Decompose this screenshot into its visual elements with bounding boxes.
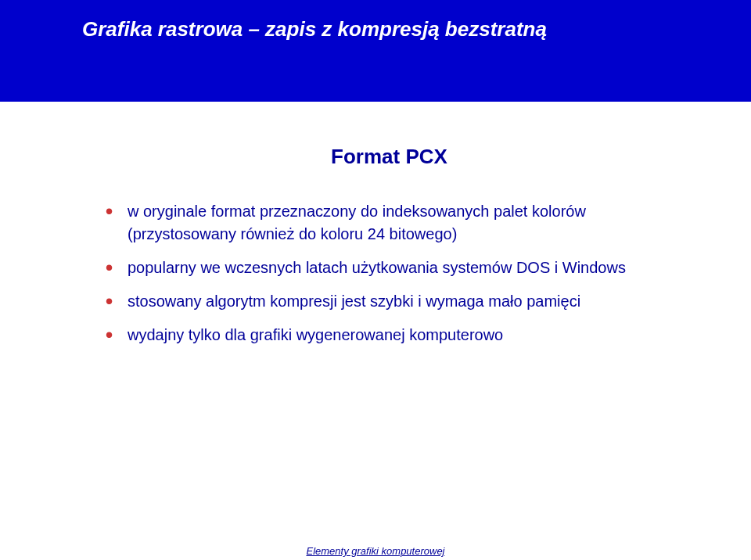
bullet-item: stosowany algorytm kompresji jest szybki…	[106, 290, 673, 313]
slide-title: Grafika rastrowa – zapis z kompresją bez…	[82, 17, 751, 41]
slide-header: Grafika rastrowa – zapis z kompresją bez…	[0, 0, 751, 102]
bullet-item: w oryginale format przeznaczony do indek…	[106, 200, 673, 246]
slide-content: Format PCX w oryginale format przeznaczo…	[0, 102, 751, 346]
format-heading: Format PCX	[106, 145, 673, 169]
bullet-item: popularny we wczesnych latach użytkowani…	[106, 257, 673, 279]
slide-footer: Elementy grafiki komputerowej	[0, 544, 751, 560]
bullet-list: w oryginale format przeznaczony do indek…	[106, 200, 673, 346]
bullet-item: wydajny tylko dla grafiki wygenerowanej …	[106, 324, 673, 346]
footer-text: Elementy grafiki komputerowej	[306, 545, 444, 557]
